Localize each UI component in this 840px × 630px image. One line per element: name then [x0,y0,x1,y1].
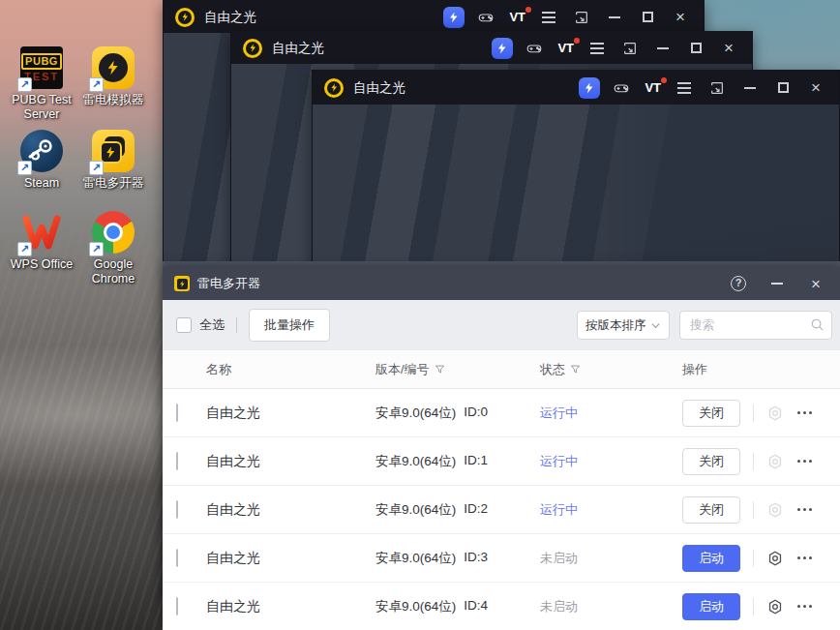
maximize-button[interactable] [636,6,659,29]
fullscreen-icon[interactable] [570,6,593,29]
action-divider [753,405,754,422]
header-version: 版本/编号 [375,361,540,378]
menu-icon[interactable] [673,76,696,100]
row-name: 自由之光 [206,405,375,422]
window-title: 雷电多开器 [197,275,712,292]
close-button[interactable]: × [804,76,827,100]
row-status: 未启动 [540,598,682,615]
row-action-button[interactable]: 关闭 [682,400,740,427]
instance-row: 自由之光 安卓9.0(64位)ID:0 运行中 关闭 [163,389,840,437]
gamepad-icon[interactable] [523,37,546,60]
lightning-icon [105,60,121,75]
row-id: ID:0 [464,405,488,422]
desktop-icon-label: WPS Office [11,257,73,272]
row-checkbox[interactable] [176,549,178,567]
more-options-icon[interactable] [797,411,812,414]
fullscreen-icon[interactable] [705,76,729,100]
vt-icon[interactable]: VT [643,76,663,100]
boost-icon[interactable] [443,7,465,28]
maximize-button[interactable] [771,76,795,100]
row-action-button[interactable]: 启动 [682,545,740,572]
steam-icon: ↗ [20,130,63,172]
filter-icon[interactable] [435,364,445,375]
row-checkbox[interactable] [176,452,178,470]
shortcut-arrow-icon: ↗ [89,77,104,92]
chevron-down-icon [650,320,661,331]
vt-icon[interactable]: VT [507,6,527,29]
row-checkbox[interactable] [176,404,178,422]
row-checkbox[interactable] [176,500,178,519]
row-name: 自由之光 [206,453,375,470]
row-status: 运行中 [540,405,682,422]
manager-titlebar[interactable]: 雷电多开器 ? × [163,267,840,300]
boost-icon[interactable] [492,38,513,59]
gamepad-icon[interactable] [610,76,633,100]
minimize-button[interactable] [765,271,790,296]
maximize-button[interactable] [684,37,707,60]
action-divider [753,453,754,470]
desktop-icon-ldplayer[interactable]: ↗ 雷电模拟器 [72,46,155,107]
boost-icon[interactable] [579,77,600,99]
gear-icon[interactable] [765,548,786,569]
sort-dropdown-value: 按版本排序 [585,317,650,334]
menu-icon[interactable] [537,6,560,29]
more-options-icon[interactable] [797,605,812,608]
shortcut-arrow-icon: ↗ [17,242,32,256]
row-action-button[interactable]: 关闭 [682,496,740,524]
more-options-icon[interactable] [797,508,812,511]
minimize-button[interactable] [738,76,762,100]
window-title: 自由之光 [204,9,434,26]
emulator-titlebar[interactable]: 自由之光 VT × [164,1,704,33]
emulator-titlebar[interactable]: 自由之光 VT × [231,32,752,64]
table-header: 名称 版本/编号 状态 操作 [163,350,840,389]
row-name: 自由之光 [206,598,375,615]
gear-icon[interactable] [765,451,786,472]
desktop-icon-ld-multi[interactable]: ↗ 雷电多开器 [72,130,155,191]
gear-icon[interactable] [765,403,786,424]
row-id: ID:3 [464,550,488,567]
menu-icon[interactable] [585,37,609,60]
shortcut-arrow-icon: ↗ [89,242,104,256]
batch-operation-button[interactable]: 批量操作 [249,309,330,342]
select-all-checkbox[interactable] [176,317,192,333]
row-version: 安卓9.0(64位) [375,598,456,615]
gear-icon[interactable] [765,596,786,617]
row-version-cell: 安卓9.0(64位)ID:0 [375,405,540,422]
emulator-titlebar[interactable]: 自由之光 VT × [313,71,839,105]
row-actions: 启动 [682,593,840,620]
shortcut-arrow-icon: ↗ [17,161,32,175]
row-checkbox[interactable] [176,597,178,615]
window-title: 自由之光 [272,40,482,57]
instance-row: 自由之光 安卓9.0(64位)ID:2 运行中 关闭 [163,486,840,534]
row-actions: 关闭 [682,400,840,427]
pubg-icon: PUBG TEST ↗ [20,46,63,89]
instance-table-body: 自由之光 安卓9.0(64位)ID:0 运行中 关闭 自由之光 安卓9.0(64… [163,389,840,630]
desktop-icon-chrome[interactable]: ↗ Google Chrome [72,211,155,286]
help-button[interactable]: ? [726,271,751,296]
desktop-icon-label: Google Chrome [72,257,155,286]
instance-row: 自由之光 安卓9.0(64位)ID:4 未启动 启动 [163,583,840,630]
sort-dropdown[interactable]: 按版本排序 [577,311,670,340]
row-actions: 启动 [682,545,840,572]
minimize-button[interactable] [603,6,626,29]
app-logo-icon [174,276,190,291]
gamepad-icon[interactable] [474,6,497,29]
vt-icon[interactable]: VT [555,37,576,60]
fullscreen-icon[interactable] [618,37,642,60]
action-divider [753,501,754,519]
more-options-icon[interactable] [797,460,812,463]
close-button[interactable]: × [669,6,692,29]
row-action-button[interactable]: 启动 [682,593,740,620]
close-button[interactable]: × [803,271,828,296]
close-button[interactable]: × [717,37,740,60]
instance-row: 自由之光 安卓9.0(64位)ID:3 未启动 启动 [163,534,840,583]
manager-toolbar: 全选 批量操作 按版本排序 [163,300,840,350]
more-options-icon[interactable] [797,556,812,559]
desktop-icon-label: 雷电多开器 [83,176,144,191]
action-divider [753,598,754,615]
row-action-button[interactable]: 关闭 [682,448,740,475]
row-actions: 关闭 [682,448,840,475]
minimize-button[interactable] [651,37,675,60]
filter-icon[interactable] [570,364,581,375]
gear-icon[interactable] [765,499,786,521]
